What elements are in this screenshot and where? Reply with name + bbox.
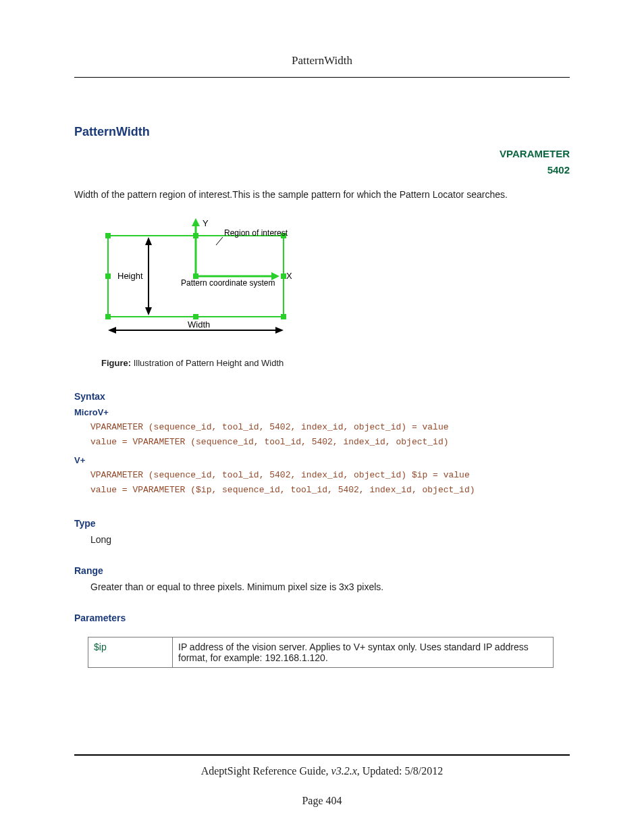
syntax-heading: Syntax: [74, 391, 570, 402]
footer-updated: 5/8/2012: [404, 765, 443, 777]
roi-label: Region of interest: [224, 228, 288, 238]
section-title: PatternWidth: [74, 125, 570, 139]
vparameter-number: 5402: [547, 164, 570, 176]
vplus-heading: V+: [74, 455, 570, 465]
microv-heading: MicroV+: [74, 407, 570, 417]
footer-updated-prefix: , Updated:: [357, 765, 405, 777]
svg-marker-16: [145, 237, 152, 245]
figure-caption: Figure: Illustration of Pattern Height a…: [101, 358, 570, 368]
vparameter-block: VPARAMETER 5402: [74, 146, 570, 178]
section-description: Width of the pattern region of interest.…: [74, 188, 570, 202]
svg-marker-19: [108, 327, 116, 334]
page-number: Page 404: [74, 795, 570, 807]
svg-rect-3: [105, 314, 111, 319]
height-label: Height: [117, 271, 143, 281]
svg-line-14: [216, 237, 223, 245]
svg-rect-1: [105, 233, 111, 238]
svg-marker-20: [275, 327, 284, 334]
param-name-cell: $ip: [88, 637, 173, 668]
width-label: Width: [188, 319, 210, 330]
svg-rect-7: [105, 273, 111, 279]
header-divider: [74, 77, 570, 78]
type-value: Long: [90, 534, 570, 545]
y-axis-label: Y: [203, 218, 209, 228]
page-header-title: PatternWidth: [74, 54, 570, 68]
pattern-diagram-svg: Y X Region of interest Pattern coordinat…: [95, 215, 297, 337]
table-row: $ip IP address of the vision server. App…: [88, 637, 554, 668]
svg-marker-10: [192, 218, 200, 226]
coord-label: Pattern coordinate system: [181, 278, 275, 288]
parameters-heading: Parameters: [74, 613, 570, 623]
svg-rect-8: [281, 273, 286, 279]
svg-marker-17: [145, 307, 152, 315]
param-desc-cell: IP address of the vision server. Applies…: [173, 637, 554, 668]
footer-version: , v3.2.x: [326, 765, 357, 777]
page-prefix: Page: [302, 795, 325, 806]
vparameter-label: VPARAMETER: [500, 148, 570, 159]
page-num: 404: [326, 795, 342, 806]
type-heading: Type: [74, 518, 570, 529]
pattern-figure: Y X Region of interest Pattern coordinat…: [95, 215, 570, 339]
parameters-table: $ip IP address of the vision server. App…: [88, 637, 554, 668]
svg-rect-4: [281, 314, 286, 319]
microv-code: VPARAMETER (sequence_id, tool_id, 5402, …: [90, 420, 570, 450]
footer-guide: AdeptSight Reference Guide: [201, 765, 326, 777]
footer-divider: [74, 754, 570, 756]
range-heading: Range: [74, 565, 570, 576]
vplus-code: VPARAMETER (sequence_id, tool_id, 5402, …: [90, 468, 570, 498]
x-axis-label: X: [286, 271, 292, 281]
svg-rect-6: [193, 314, 198, 319]
figure-caption-text: Illustration of Pattern Height and Width: [131, 358, 284, 368]
footer-line: AdeptSight Reference Guide, v3.2.x, Upda…: [74, 765, 570, 777]
range-value: Greater than or equal to three pixels. M…: [90, 581, 570, 592]
figure-caption-prefix: Figure:: [101, 358, 131, 368]
